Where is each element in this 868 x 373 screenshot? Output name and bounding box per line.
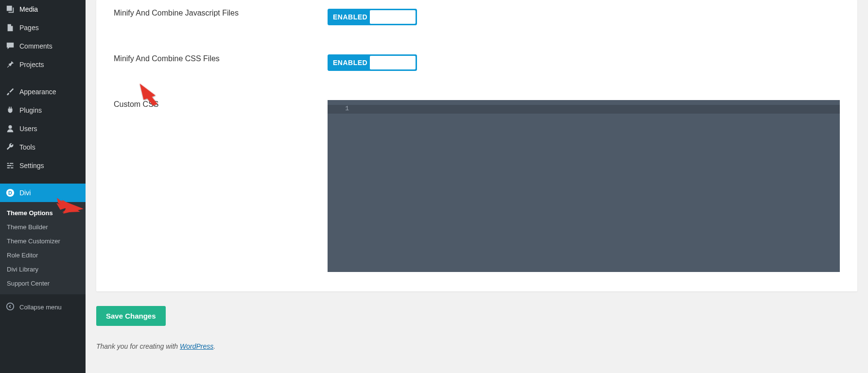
wordpress-link[interactable]: WordPress <box>180 342 213 350</box>
sidebar-item-label: Media <box>19 5 38 13</box>
option-label: Custom CSS <box>114 100 328 272</box>
media-icon <box>5 5 16 14</box>
option-label: Minify And Combine CSS Files <box>114 54 328 71</box>
brush-icon <box>5 87 16 96</box>
subitem-role-editor[interactable]: Role Editor <box>0 248 86 262</box>
admin-sidebar: Media Pages Comments Projects Appeara <box>0 0 86 373</box>
sidebar-item-media[interactable]: Media <box>0 0 86 18</box>
svg-point-2 <box>7 303 14 310</box>
actions-bar: Save Changes <box>96 306 857 326</box>
divi-icon: D <box>5 188 16 197</box>
footer-suffix: . <box>213 342 215 350</box>
toggle-state-label: ENABLED <box>328 59 367 67</box>
user-icon <box>5 124 16 133</box>
sidebar-separator <box>0 74 86 83</box>
sidebar-item-label: Comments <box>19 42 52 50</box>
save-changes-button[interactable]: Save Changes <box>96 306 166 326</box>
theme-options-panel: Minify And Combine Javascript Files ENAB… <box>96 0 857 291</box>
sidebar-item-settings[interactable]: Settings <box>0 156 86 175</box>
subitem-divi-library[interactable]: Divi Library <box>0 262 86 276</box>
comment-icon <box>5 42 16 51</box>
sidebar-item-appearance[interactable]: Appearance <box>0 83 86 101</box>
subitem-theme-options[interactable]: Theme Options <box>0 206 86 220</box>
sidebar-item-pages[interactable]: Pages <box>0 18 86 37</box>
sidebar-item-label: Appearance <box>19 88 56 96</box>
sidebar-item-tools[interactable]: Tools <box>0 138 86 156</box>
pin-icon <box>5 60 16 69</box>
toggle-state-label: ENABLED <box>328 13 367 21</box>
sidebar-item-label: Pages <box>19 24 39 32</box>
toggle-minify-js[interactable]: ENABLED <box>328 9 417 25</box>
app-root: Media Pages Comments Projects Appeara <box>0 0 868 373</box>
collapse-menu[interactable]: Collapse menu <box>0 297 86 317</box>
wrench-icon <box>5 143 16 152</box>
sidebar-item-label: Users <box>19 125 37 133</box>
sidebar-item-label: Projects <box>19 61 44 68</box>
sidebar-item-comments[interactable]: Comments <box>0 37 86 55</box>
sidebar-item-plugins[interactable]: Plugins <box>0 101 86 119</box>
divi-submenu: Theme Options Theme Builder Theme Custom… <box>0 202 86 294</box>
code-body[interactable] <box>352 100 840 272</box>
option-row-custom-css: Custom CSS 1 <box>114 91 840 272</box>
option-row-minify-js: Minify And Combine Javascript Files ENAB… <box>114 0 840 46</box>
sidebar-item-label: Divi <box>19 189 31 197</box>
option-row-minify-css: Minify And Combine CSS Files ENABLED <box>114 46 840 91</box>
toggle-handle <box>370 10 416 24</box>
main-content: Minify And Combine Javascript Files ENAB… <box>86 0 868 373</box>
plug-icon <box>5 106 16 115</box>
sliders-icon <box>5 161 16 170</box>
collapse-menu-label: Collapse menu <box>19 304 62 311</box>
subitem-support-center[interactable]: Support Center <box>0 276 86 290</box>
code-gutter: 1 <box>328 100 352 272</box>
sidebar-item-users[interactable]: Users <box>0 119 86 138</box>
sidebar-item-label: Tools <box>19 143 35 151</box>
sidebar-item-label: Settings <box>19 162 44 170</box>
toggle-handle <box>370 56 416 69</box>
sidebar-item-projects[interactable]: Projects <box>0 55 86 74</box>
collapse-icon <box>5 302 16 312</box>
subitem-theme-customizer[interactable]: Theme Customizer <box>0 234 86 248</box>
custom-css-editor[interactable]: 1 <box>328 100 840 272</box>
page-icon <box>5 23 16 32</box>
sidebar-item-divi[interactable]: D Divi <box>0 184 86 202</box>
footer-text: Thank you for creating with <box>96 342 180 350</box>
footer-credit: Thank you for creating with WordPress. <box>96 342 857 350</box>
option-label: Minify And Combine Javascript Files <box>114 9 328 25</box>
sidebar-separator <box>0 175 86 184</box>
svg-text:D: D <box>8 190 12 196</box>
subitem-theme-builder[interactable]: Theme Builder <box>0 220 86 234</box>
toggle-minify-css[interactable]: ENABLED <box>328 54 417 71</box>
line-number: 1 <box>330 105 349 112</box>
sidebar-item-label: Plugins <box>19 106 42 114</box>
